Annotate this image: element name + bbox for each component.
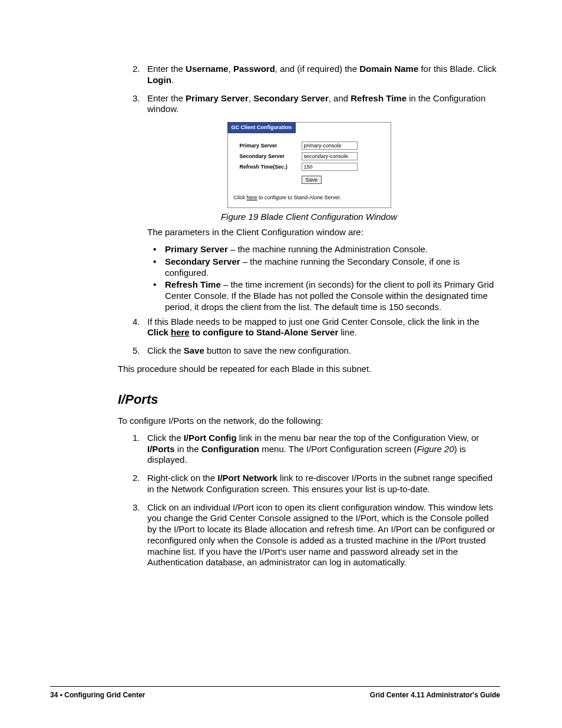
footer-left: 34 • Configuring Grid Center [50,691,146,700]
text: in the [175,444,201,454]
step-number: 3. [133,502,140,513]
bold: I/Ports [147,444,175,454]
text: for this Blade. Click [418,64,497,74]
text: Click [234,195,247,200]
primary-server-label: Primary Server [240,143,302,149]
step-number: 4. [133,317,140,328]
bold: Login [147,75,171,85]
primary-server-input[interactable] [302,141,358,150]
bold: Password [233,64,275,74]
bold: Username [186,64,229,74]
step-3: 3. Enter the Primary Server, Secondary S… [147,93,500,116]
text: Right-click on the [147,473,217,483]
params-intro: The parameters in the Client Configurati… [118,227,500,238]
italic: Figure 20 [416,444,454,454]
bold: Configuration [201,444,259,454]
text: Enter the [147,64,186,74]
text: If this Blade needs to be mapped to just… [147,317,480,327]
text: Enter the [147,93,186,103]
bold: Primary Server [186,93,249,103]
bold: Secondary Server [253,93,329,103]
page-footer: 34 • Configuring Grid Center Grid Center… [50,691,500,700]
bold: Domain Name [359,64,418,74]
iport-step-1: 1. Click the I/Port Config link in the m… [147,433,500,466]
text: menu. The I/Port Configuration screen ( [259,444,416,454]
text: . [171,75,174,85]
text: , [229,64,233,74]
bullet-secondary: Secondary Server – the machine running t… [165,256,500,279]
bold: Refresh Time [165,279,221,289]
footer-rule [50,686,500,687]
step-4: 4. If this Blade needs to be mapped to j… [147,317,500,339]
secondary-server-input[interactable] [302,152,358,160]
text: , [249,93,253,103]
standalone-link-line: Click here to configure to Stand-Alone S… [228,190,391,207]
closing-para: This procedure should be repeated for ea… [118,364,500,375]
text: Click the [147,345,184,355]
text: line. [338,327,357,337]
bold: Click [147,327,171,337]
step-number: 3. [133,93,140,104]
here-link[interactable]: here [247,195,257,200]
text: button to save the new configuration. [204,345,351,355]
step-number: 2. [133,473,140,484]
iport-step-3: 3. Click on an individual I/Port icon to… [147,502,500,569]
text: link in the menu bar near the top of the… [237,433,480,443]
secondary-server-label: Secondary Server [240,153,302,160]
config-tab[interactable]: GC Client Configuration [227,122,296,133]
iport-step-2: 2. Right-click on the I/Port Network lin… [147,473,500,495]
step-5: 5. Click the Save button to save the new… [147,345,500,357]
bullet-primary: Primary Server – the machine running the… [165,244,500,255]
step-2: 2. Enter the Username, Password, and (if… [147,64,500,86]
footer-right: Grid Center 4.11 Administrator's Guide [370,691,500,700]
refresh-time-input[interactable] [302,163,358,171]
text: , and [329,93,351,103]
bold: Save [184,345,204,355]
iports-heading: I/Ports [118,391,500,408]
figure-19: GC Client Configuration Primary Server S… [118,122,500,222]
text: Click the [147,433,184,443]
save-button[interactable]: Save [302,176,322,184]
bold: to configure to Stand-Alone Server [190,327,339,337]
text: Click on an individual I/Port icon to op… [147,502,495,568]
bold: I/Port Network [217,473,277,483]
bold: I/Port Config [184,433,237,443]
figure-caption: Figure 19 Blade Client Configuration Win… [118,212,500,223]
step-number: 2. [133,64,140,75]
text: , and (if required) the [275,64,359,74]
refresh-time-label: Refresh Time(Sec.) [240,164,302,170]
bold: Refresh Time [351,93,406,103]
bold: Primary Server [165,244,228,254]
text: to configure to Stand-Alone Server. [257,195,342,200]
iports-intro: To configure I/Ports on the network, do … [118,416,500,427]
step-number: 1. [133,433,140,444]
bold-underline: here [171,327,190,337]
step-number: 5. [133,345,140,357]
bold: Secondary Server [165,256,240,266]
config-window: GC Client Configuration Primary Server S… [227,122,391,208]
bullet-refresh: Refresh Time – the time increment (in se… [165,279,500,312]
text: – the machine running the Administration… [228,244,428,254]
